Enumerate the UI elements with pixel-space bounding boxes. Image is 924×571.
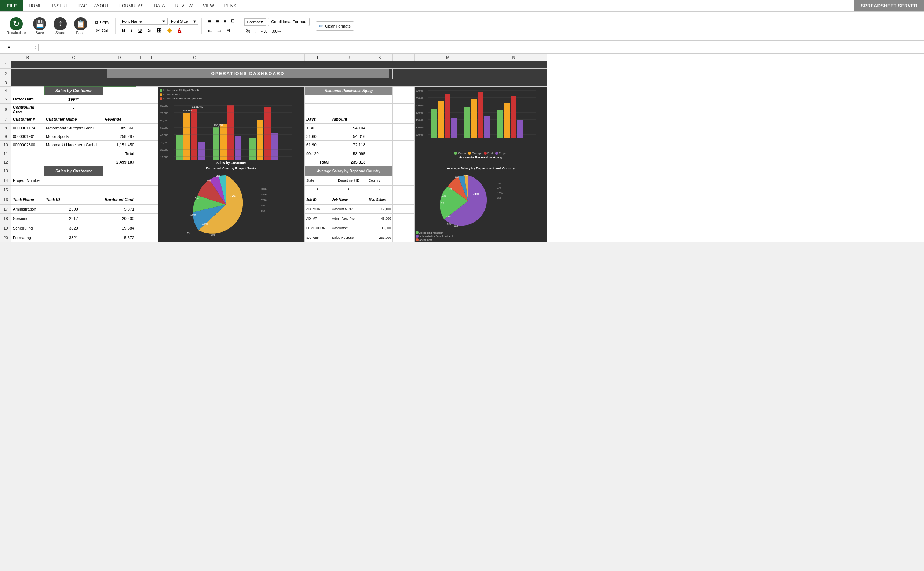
sales-total-label: Total xyxy=(103,149,136,158)
row11-f xyxy=(147,149,158,158)
recalculate-button[interactable]: ↻ Recalculate xyxy=(5,16,28,36)
row20-e xyxy=(136,233,147,242)
sales-bar-chart-cell: Motormarkt Stuttgart GmbH Motor Sports M… xyxy=(158,86,305,167)
accounts-amount-3: 72,118 xyxy=(330,141,367,149)
row6-i xyxy=(305,103,330,115)
underline-button[interactable]: U xyxy=(136,27,143,34)
save-button[interactable]: 💾 Save xyxy=(31,16,48,36)
accounts-days-4: 90.120 xyxy=(305,149,330,158)
conditional-format-button[interactable]: Conditional Forma▸ xyxy=(268,18,310,26)
task-cost-1: 5,871 xyxy=(103,204,136,214)
legend-item-3: Motormarkt Hadelberg GmbH xyxy=(160,97,202,100)
row9-k xyxy=(367,132,393,140)
dashboard-title: OPERATIONS DASHBOARD xyxy=(107,69,389,78)
merge-button[interactable]: ⊟ xyxy=(225,27,232,35)
row5-f xyxy=(147,95,158,103)
row7-f xyxy=(147,115,158,123)
row13-b xyxy=(11,167,45,176)
align-left-button[interactable]: ≡ xyxy=(206,17,213,25)
ar-chart-legend: Green Orange Red Purple xyxy=(415,151,546,155)
customer-id-2: 0000001901 xyxy=(11,132,45,140)
svg-text:1506: 1506 xyxy=(261,193,267,196)
copy-button[interactable]: ⧉ Copy xyxy=(93,19,111,26)
italic-button[interactable]: i xyxy=(129,27,134,34)
ar-legend-orange: Orange xyxy=(468,151,481,155)
row-num-11: 11 xyxy=(0,149,11,158)
row17-e xyxy=(136,204,147,214)
menu-data[interactable]: DATA xyxy=(149,0,170,11)
task-name-4: Formating xyxy=(11,233,45,242)
menu-home[interactable]: HOME xyxy=(23,0,47,11)
strikethrough-button[interactable]: S xyxy=(146,27,153,34)
comma-button[interactable]: , xyxy=(253,28,257,34)
font-name-chevron: ▼ xyxy=(162,19,166,23)
align-center-button[interactable]: ≡ xyxy=(214,17,221,25)
paste-button[interactable]: 📋 Paste xyxy=(72,16,89,36)
svg-text:60,000: 60,000 xyxy=(160,119,168,122)
menu-view[interactable]: VIEW xyxy=(198,0,219,11)
font-color-button[interactable]: A xyxy=(176,26,183,34)
row9-l xyxy=(393,132,415,140)
row6-k xyxy=(367,103,393,115)
svg-text:258,297: 258,297 xyxy=(214,124,223,127)
clear-formats-button[interactable]: ✏ Clear Formats xyxy=(316,21,354,31)
font-name-select[interactable]: Font Name ▼ xyxy=(120,18,168,25)
svg-rect-47 xyxy=(438,101,444,138)
menu-spreadsheet-server[interactable]: SPREADSHEET SERVER xyxy=(854,0,924,11)
borders-button[interactable]: ⊞ xyxy=(155,26,163,34)
share-icon: ⤴ xyxy=(54,17,67,31)
accounts-amount-1: 54,104 xyxy=(330,123,367,132)
increase-decimal-button[interactable]: .00→ xyxy=(270,28,283,34)
row11-b xyxy=(11,149,45,158)
ar-bar-chart-svg: 80,000 70,000 60,000 50,000 40,000 30,00… xyxy=(415,86,540,151)
menu-formulas[interactable]: FORMULAS xyxy=(114,0,149,11)
menu-pens[interactable]: PENS xyxy=(219,0,242,11)
menu-file[interactable]: FILE xyxy=(0,0,23,11)
svg-text:80,000: 80,000 xyxy=(160,105,168,107)
cut-button[interactable]: ✂ Cut xyxy=(94,27,110,34)
paste-icon: 📋 xyxy=(74,17,87,31)
menu-insert[interactable]: INSERT xyxy=(47,0,73,11)
svg-rect-50 xyxy=(464,107,470,138)
decrease-decimal-button[interactable]: ←.0 xyxy=(259,28,269,34)
align-right-button[interactable]: ≡ xyxy=(222,17,228,25)
indent-decrease-button[interactable]: ⇤ xyxy=(206,27,214,35)
row14-l xyxy=(393,176,415,185)
indent-increase-button[interactable]: ⇥ xyxy=(215,27,224,35)
highlight-button[interactable]: ◈ xyxy=(165,26,173,34)
task-id-2: 2217 xyxy=(45,214,103,223)
row18-l xyxy=(393,214,415,223)
menu-review[interactable]: REVIEW xyxy=(170,0,198,11)
svg-text:10%: 10% xyxy=(190,213,196,216)
svg-text:396: 396 xyxy=(261,204,265,207)
col-revenue-header: Revenue xyxy=(103,115,136,123)
font-size-select[interactable]: Font Size ▼ xyxy=(169,18,199,25)
share-button[interactable]: ⤴ Share xyxy=(51,16,69,36)
menu-page-layout[interactable]: PAGE LAYOUT xyxy=(73,0,114,11)
wrap-text-button[interactable]: ⊡ xyxy=(229,17,237,25)
bold-button[interactable]: B xyxy=(120,27,127,34)
salary-val-3: 33,000 xyxy=(367,223,393,233)
row20-l xyxy=(393,233,415,242)
formula-input[interactable] xyxy=(38,44,921,51)
svg-text:50,000: 50,000 xyxy=(416,111,424,114)
svg-rect-51 xyxy=(471,99,477,138)
task-cost-4: 5,672 xyxy=(103,233,136,242)
svg-text:70,000: 70,000 xyxy=(416,97,424,99)
task-name-2: Services xyxy=(11,214,45,223)
salary-job-3: FI_ACCOUN xyxy=(305,223,330,233)
row15-d xyxy=(103,185,136,195)
task-cost-2: 200,00 xyxy=(103,214,136,223)
svg-text:47%: 47% xyxy=(473,193,480,196)
font-controls: Font Name ▼ Font Size ▼ B i U S ⊞ ◈ A xyxy=(120,18,202,34)
format-dropdown[interactable]: Format ▼ xyxy=(244,19,266,26)
salary-legend-2: Administration Vice President xyxy=(416,235,546,238)
row-1: 1 xyxy=(0,61,547,69)
svg-text:30,000: 30,000 xyxy=(416,126,424,129)
avg-salary-pie-svg: 47% 12% 10% 8% 8% 5% 5% 2% 2% 3% 4% 10% … xyxy=(415,171,540,230)
name-box[interactable]: ▼ xyxy=(3,44,32,51)
ar-chart-title: Accounts Receivable Aging xyxy=(415,156,546,159)
col-name-header: Customer Name xyxy=(45,115,103,123)
save-label: Save xyxy=(35,31,44,35)
percent-button[interactable]: % xyxy=(244,28,251,34)
